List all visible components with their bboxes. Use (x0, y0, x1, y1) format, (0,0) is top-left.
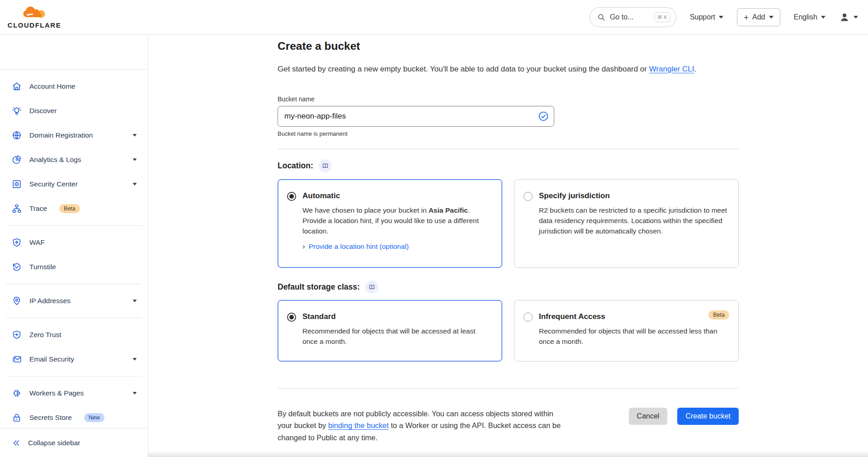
cloudflare-logo[interactable]: CLOUDFLARE (8, 5, 61, 29)
sidebar-item-label: IP Addresses (29, 297, 71, 305)
plus-icon: + (744, 13, 749, 22)
sidebar-item-zero-trust[interactable]: Zero Trust (0, 323, 148, 347)
option-description: Recommended for objects that will be acc… (302, 326, 491, 347)
location-docs-button[interactable] (319, 159, 332, 172)
sidebar-item-workers-pages[interactable]: Workers & Pages (0, 381, 148, 405)
desc-bold: Asia Pacific (429, 206, 468, 214)
radio-unselected-icon[interactable] (524, 313, 533, 322)
sidebar-item-label: WAF (29, 238, 45, 247)
binding-the-bucket-link[interactable]: binding the bucket (328, 421, 389, 429)
radio-selected-icon[interactable] (287, 313, 296, 322)
globe-icon (12, 130, 22, 140)
sidebar-item-label: Analytics & Logs (29, 156, 81, 164)
sidebar-item-trace[interactable]: Trace Beta (0, 196, 148, 221)
sidebar-item-security-center[interactable]: Security Center (0, 172, 148, 196)
sidebar-item-label: Workers & Pages (29, 389, 84, 397)
map-pin-icon (12, 296, 22, 306)
option-title: Infrequent Access (539, 312, 727, 321)
lightbulb-icon (12, 106, 22, 116)
chevron-down-icon (133, 183, 137, 185)
location-heading: Location: (278, 161, 313, 171)
radio-selected-icon[interactable] (287, 192, 296, 201)
storage-option-standard[interactable]: Standard Recommended for objects that wi… (278, 300, 502, 362)
search-placeholder: Go to... (610, 13, 633, 21)
account-menu[interactable] (839, 12, 858, 23)
storage-docs-button[interactable] (365, 281, 378, 294)
global-search[interactable]: Go to... ⌘ K (590, 7, 676, 27)
sidebar: Account Home Discover Domain Registratio… (0, 35, 148, 457)
sidebar-divider (6, 376, 142, 376)
location-hint-link[interactable]: Provide a location hint (optional) (309, 243, 409, 251)
option-title: Standard (302, 312, 491, 321)
sidebar-item-analytics-logs[interactable]: Analytics & Logs (0, 148, 148, 172)
workers-icon (12, 388, 22, 398)
sidebar-nav: Account Home Discover Domain Registratio… (0, 70, 148, 428)
user-avatar-icon (839, 12, 850, 23)
sidebar-item-label: Security Center (29, 180, 78, 188)
bucket-name-label: Bucket name (278, 95, 739, 103)
search-shortcut-badge: ⌘ K (654, 12, 670, 22)
sidebar-divider (6, 225, 142, 226)
shield-gear-icon (12, 238, 22, 248)
sidebar-account-area (0, 35, 148, 70)
chevron-down-icon (133, 358, 137, 360)
sidebar-item-ip-addresses[interactable]: IP Addresses (0, 289, 148, 313)
section-divider (278, 388, 739, 389)
sitemap-icon (12, 204, 22, 214)
support-label: Support (690, 13, 715, 21)
option-description: We have chosen to place your bucket in A… (302, 205, 491, 237)
chevron-down-icon (854, 16, 858, 19)
cloudflare-cloud-icon (21, 5, 47, 21)
shield-arrow-icon (12, 330, 22, 340)
cloudflare-logo-text: CLOUDFLARE (8, 21, 61, 29)
double-chevron-left-icon (12, 438, 21, 447)
language-label: English (794, 13, 817, 21)
bottom-fade (148, 451, 868, 457)
bucket-name-input[interactable] (278, 106, 554, 127)
new-badge: New (84, 413, 104, 422)
wrangler-cli-link[interactable]: Wrangler CLI (649, 65, 694, 73)
intro-suffix: . (694, 65, 697, 73)
sidebar-item-label: Domain Registration (29, 131, 93, 139)
sidebar-item-label: Secrets Store (29, 414, 72, 422)
book-icon (322, 162, 329, 169)
sidebar-item-waf[interactable]: WAF (0, 230, 148, 255)
email-icon (12, 354, 22, 364)
sidebar-divider (6, 318, 142, 318)
sidebar-item-label: Trace (29, 205, 47, 213)
location-option-specify-jurisdiction[interactable]: Specify jurisdiction R2 buckets can be r… (514, 179, 739, 268)
sidebar-item-discover[interactable]: Discover (0, 99, 148, 123)
collapse-sidebar-button[interactable]: Collapse sidebar (0, 428, 148, 457)
sidebar-item-secrets-store[interactable]: Secrets Store New (0, 405, 148, 428)
add-button[interactable]: + Add (737, 8, 780, 26)
sidebar-item-domain-registration[interactable]: Domain Registration (0, 123, 148, 148)
chevron-down-icon (133, 134, 137, 136)
chevron-right-icon: › (302, 243, 305, 250)
header-actions: Go to... ⌘ K Support + Add English (590, 7, 858, 27)
support-menu[interactable]: Support (690, 13, 723, 21)
bucket-name-field: Bucket name Bucket name is permanent (278, 95, 739, 137)
radio-unselected-icon[interactable] (524, 192, 533, 201)
location-option-automatic[interactable]: Automatic We have chosen to place your b… (278, 179, 502, 268)
create-bucket-button[interactable]: Create bucket (677, 408, 739, 425)
sidebar-item-turnstile[interactable]: Turnstile (0, 255, 148, 279)
beta-badge: Beta (59, 204, 80, 213)
chevron-down-icon (821, 16, 826, 19)
sidebar-item-account-home[interactable]: Account Home (0, 74, 148, 99)
rotate-check-icon (12, 262, 22, 272)
cancel-button[interactable]: Cancel (629, 408, 668, 425)
chevron-down-icon (133, 158, 137, 161)
storage-class-heading: Default storage class: (278, 282, 360, 292)
option-title: Specify jurisdiction (539, 191, 727, 200)
chevron-down-icon (133, 392, 137, 394)
book-icon (368, 284, 375, 290)
lock-icon (12, 413, 22, 423)
sidebar-item-email-security[interactable]: Email Security (0, 347, 148, 371)
option-title: Automatic (302, 191, 491, 200)
storage-option-infrequent-access[interactable]: Infrequent Access Recommended for object… (514, 300, 739, 362)
option-description: Recommended for objects that will be acc… (539, 326, 727, 347)
page-title: Create a bucket (278, 40, 739, 52)
chevron-down-icon (769, 16, 774, 19)
desc-text: We have chosen to place your bucket in (302, 206, 429, 214)
language-menu[interactable]: English (794, 13, 826, 21)
